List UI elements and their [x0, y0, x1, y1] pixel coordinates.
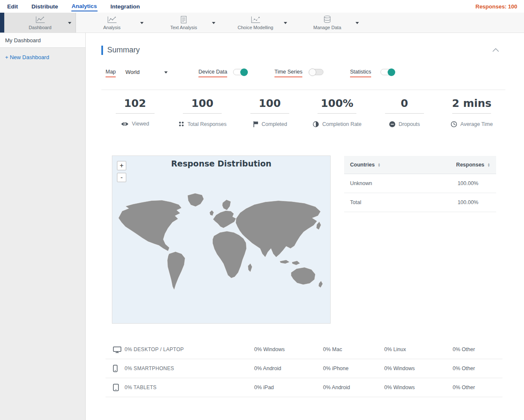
map-indonesia-west [280, 260, 290, 264]
toggle-knob [309, 68, 316, 76]
flag-icon [252, 121, 259, 128]
response-distribution-map-panel: Response Distribution + - [112, 155, 331, 324]
zoom-in-button[interactable]: + [117, 161, 126, 170]
stat-underline [116, 113, 155, 114]
toolbar-item-text-analysis[interactable]: Text Analysis [148, 13, 220, 33]
map-label: Map [106, 69, 116, 77]
toggle-knob [240, 68, 248, 76]
statistics-label: Statistics [350, 69, 371, 77]
device-stat: 0% Mac [323, 346, 384, 352]
toolbar-item-dashboard[interactable]: Dashboard [4, 13, 76, 33]
chevron-down-icon[interactable] [284, 22, 287, 24]
map-region-select[interactable]: World [125, 69, 140, 75]
stat-completion-rate: 100% Completion Rate [304, 97, 371, 128]
country-cell: Unknown [350, 180, 372, 186]
device-stat: 0% Other [453, 346, 502, 352]
map-asia [236, 201, 320, 257]
collapse-chevron-icon[interactable] [492, 48, 499, 52]
toolbar-item-label: Dashboard [29, 25, 52, 30]
chevron-down-icon[interactable] [68, 22, 71, 24]
toolbar-item-label: Choice Modelling [238, 25, 273, 30]
sort-icon[interactable]: ▲▼ [487, 163, 490, 167]
stat-label: Completion Rate [322, 121, 361, 127]
stat-value: 102 [124, 97, 146, 109]
device-stat: 0% Android [323, 385, 384, 390]
device-data-toggle[interactable] [233, 69, 247, 75]
stat-value: 0 [401, 97, 408, 109]
statistics-toggle[interactable] [380, 69, 395, 75]
minus-circle-icon [389, 121, 396, 128]
stat-underline [183, 113, 222, 114]
stat-underline [250, 113, 289, 114]
sidebar-item-my-dashboard[interactable]: My Dashboard [0, 33, 85, 48]
world-map[interactable] [112, 170, 330, 322]
stat-total-responses: 100 Total Responses [169, 97, 236, 128]
device-label: 0% SMARTPHONES [125, 365, 254, 371]
desktop-icon [106, 346, 125, 353]
line-chart-icon [35, 15, 46, 24]
map-greenland [187, 193, 204, 207]
stat-dropouts: 0 Dropouts [371, 97, 438, 128]
dashboard-sidebar: My Dashboard + New Dashboard [0, 33, 86, 420]
stat-label: Total Responses [187, 121, 226, 127]
clock-icon [451, 121, 457, 128]
nav-item-edit[interactable]: Edit [7, 2, 19, 11]
stat-underline [452, 113, 491, 114]
stat-value: 100% [321, 97, 353, 109]
nav-item-distribute[interactable]: Distribute [31, 2, 59, 11]
stat-label: Average Time [460, 121, 493, 127]
toggle-knob [388, 68, 395, 76]
device-stat: 0% Windows [384, 385, 453, 390]
stat-value: 100 [191, 97, 213, 109]
map-europe [213, 210, 236, 228]
chevron-down-icon[interactable] [164, 71, 168, 74]
toolbar-item-manage-data[interactable]: Manage Data [291, 13, 363, 33]
half-circle-icon [312, 121, 319, 128]
device-stat: 0% Windows [384, 365, 453, 371]
dot-grid-icon [178, 121, 185, 127]
device-stat: 0% Other [453, 365, 502, 371]
eye-icon [121, 121, 129, 127]
chevron-down-icon[interactable] [356, 22, 359, 24]
nav-item-analytics[interactable]: Analytics [71, 1, 98, 11]
map-scandinavia [222, 200, 231, 210]
new-dashboard-link[interactable]: + New Dashboard [5, 54, 80, 60]
responses-header-label: Responses [456, 162, 484, 168]
top-nav: Edit Distribute Analytics Integration Re… [0, 0, 524, 13]
toolbar-accent-strip [0, 13, 4, 33]
device-stat: 0% iPad [254, 385, 323, 390]
toolbar-item-choice-modelling[interactable]: Choice Modelling [220, 13, 291, 33]
smartphone-icon [106, 365, 125, 372]
device-label: 0% TABLETS [125, 385, 254, 390]
map-africa [212, 231, 246, 278]
stats-row: 102 Viewed 100 Total Responses 100 Compl… [101, 97, 505, 128]
map-uk [209, 210, 214, 215]
chevron-down-icon[interactable] [140, 22, 144, 24]
table-row-smartphones: 0% SMARTPHONES 0% Android 0% iPhone 0% W… [106, 359, 502, 378]
country-cell: Total [350, 199, 361, 205]
device-stat: 0% Other [453, 385, 502, 390]
toolbar-item-label: Text Analysis [170, 25, 197, 30]
time-series-toggle[interactable] [309, 69, 323, 75]
sort-icon[interactable]: ▲▼ [377, 163, 380, 167]
stat-average-time: 2 mins Average Time [438, 97, 506, 128]
stat-viewed: 102 Viewed [101, 97, 169, 128]
map-south-america [167, 251, 185, 290]
map-japan [316, 221, 321, 230]
countries-table-header: Countries ▲▼ Responses ▲▼ [344, 156, 496, 174]
responses-header-cell[interactable]: Responses ▲▼ [456, 162, 490, 168]
countries-table: Countries ▲▼ Responses ▲▼ Unknown 100.00… [344, 156, 496, 212]
countries-header-cell[interactable]: Countries ▲▼ [350, 162, 380, 168]
document-icon [180, 15, 187, 24]
toolbar-item-label: Analysis [103, 25, 121, 30]
sidebar-item-label: My Dashboard [5, 37, 41, 44]
stat-value: 100 [259, 97, 281, 109]
chevron-down-icon[interactable] [212, 22, 215, 24]
responses-count[interactable]: Responses: 100 [475, 3, 517, 10]
toolbar-item-analysis[interactable]: Analysis [76, 13, 148, 33]
table-row: Unknown 100.00% [344, 174, 496, 193]
device-stat: 0% iPhone [323, 365, 384, 371]
device-label: 0% DESKTOP / LAPTOP [125, 346, 254, 352]
nav-item-integration[interactable]: Integration [110, 2, 141, 11]
countries-header-label: Countries [350, 162, 375, 168]
